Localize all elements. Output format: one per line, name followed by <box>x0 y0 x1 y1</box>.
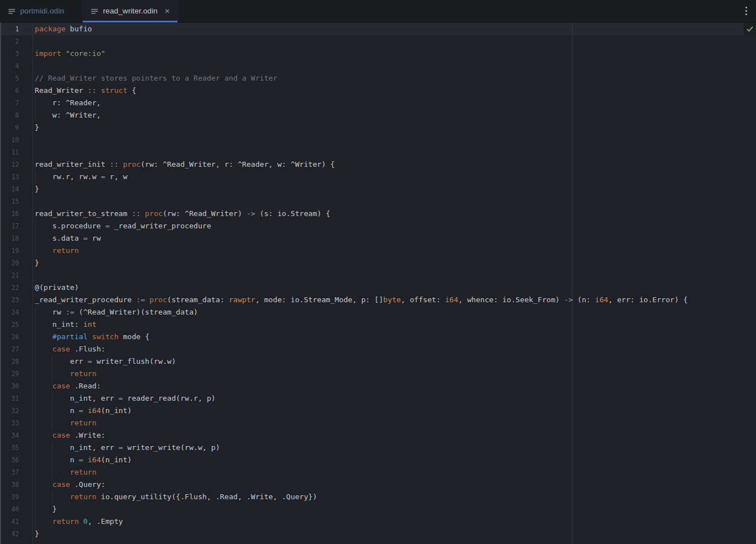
code-line-row[interactable]: 4 <box>1 60 756 72</box>
code-line[interactable]: @(private) <box>19 282 79 294</box>
code-line-row[interactable]: 16read_writer_to_stream :: proc(rw: ^Rea… <box>1 208 756 220</box>
code-line-row[interactable]: 34 case .Write: <box>1 429 756 442</box>
code-line-row[interactable]: 31 n_int, err = reader_read(rw.r, p) <box>1 392 756 405</box>
code-line[interactable]: rw.r, rw.w = r, w <box>19 171 128 183</box>
code-line-row[interactable]: 22@(private) <box>1 282 756 294</box>
code-line-row[interactable]: 1package bufio <box>1 23 744 35</box>
code-line[interactable]: } <box>19 257 39 269</box>
code-line-row[interactable]: 20} <box>1 257 756 269</box>
code-line[interactable]: n_int, err = reader_read(rw.r, p) <box>19 392 215 405</box>
code-line[interactable]: r: ^Reader, <box>19 97 101 109</box>
code-line-row[interactable]: 7 r: ^Reader, <box>1 97 756 109</box>
code-line-row[interactable]: 39 return io.query_utility({.Flush, .Rea… <box>1 491 756 503</box>
code-line[interactable] <box>19 195 35 208</box>
line-number: 9 <box>1 121 19 134</box>
line-number: 6 <box>1 85 19 97</box>
code-line-row[interactable]: 40 } <box>1 503 756 515</box>
code-line[interactable]: s.data = rw <box>19 232 101 245</box>
line-number: 25 <box>1 318 19 331</box>
code-line[interactable]: return <box>19 245 79 257</box>
code-line-row[interactable]: 32 n = i64(n_int) <box>1 405 756 417</box>
line-number: 4 <box>1 60 19 72</box>
code-line[interactable] <box>19 35 35 48</box>
code-line[interactable]: case .Read: <box>19 380 101 392</box>
code-line[interactable]: import "core:io" <box>19 48 105 60</box>
code-line-row[interactable]: 33 return <box>1 417 756 429</box>
code-line[interactable]: Read_Writer :: struct { <box>19 85 136 97</box>
code-line-row[interactable]: 12read_writer_init :: proc(rw: ^Read_Wri… <box>1 158 756 171</box>
code-line-row[interactable]: 38 case .Query: <box>1 479 756 491</box>
code-line-row[interactable]: 14} <box>1 183 756 195</box>
code-line[interactable]: return <box>19 417 96 429</box>
code-line[interactable]: n = i64(n_int) <box>19 405 132 417</box>
code-line[interactable] <box>19 60 35 72</box>
code-line-row[interactable]: 3import "core:io" <box>1 48 756 60</box>
code-line-row[interactable]: 9} <box>1 121 756 134</box>
code-line-row[interactable]: 21 <box>1 269 756 282</box>
code-line[interactable]: return io.query_utility({.Flush, .Read, … <box>19 491 317 503</box>
more-menu-button[interactable] <box>742 4 750 17</box>
code-line-row[interactable]: 10 <box>1 134 756 146</box>
code-line-row[interactable]: 30 case .Read: <box>1 380 756 392</box>
code-line[interactable] <box>19 146 35 158</box>
code-line[interactable]: n_int, err = writer_write(rw.w, p) <box>19 442 220 454</box>
code-line[interactable] <box>19 269 35 282</box>
code-editor[interactable]: 1package bufio23import "core:io"45// Rea… <box>0 22 756 544</box>
code-line-row[interactable]: 28 err = writer_flush(rw.w) <box>1 355 756 368</box>
code-line[interactable]: } <box>19 183 39 195</box>
code-line[interactable]: _read_writer_procedure := proc(stream_da… <box>19 294 688 306</box>
line-number: 37 <box>1 466 19 479</box>
line-number: 31 <box>1 392 19 405</box>
code-line-row[interactable]: 36 n = i64(n_int) <box>1 454 756 466</box>
code-line[interactable]: package bufio <box>19 23 92 35</box>
code-line[interactable]: return 0, .Empty <box>19 515 123 528</box>
line-number: 5 <box>1 72 19 85</box>
code-line[interactable]: n_int: int <box>19 318 96 331</box>
code-line-row[interactable]: 6Read_Writer :: struct { <box>1 85 756 97</box>
code-line[interactable]: read_writer_to_stream :: proc(rw: ^Read_… <box>19 208 330 220</box>
code-line-row[interactable]: 15 <box>1 195 756 208</box>
code-line-row[interactable]: 17 s.procedure = _read_writer_procedure <box>1 220 756 232</box>
code-line[interactable]: rw := (^Read_Writer)(stream_data) <box>19 306 198 318</box>
line-number: 16 <box>1 208 19 220</box>
code-line[interactable]: n = i64(n_int) <box>19 454 132 466</box>
code-line[interactable]: return <box>19 466 96 479</box>
code-line[interactable]: #partial switch mode { <box>19 331 149 343</box>
code-line-row[interactable]: 26 #partial switch mode { <box>1 331 756 343</box>
code-line[interactable]: } <box>19 121 39 134</box>
code-line-row[interactable]: 29 return <box>1 368 756 380</box>
tab-portmidi-odin[interactable]: portmidi.odin <box>0 0 83 22</box>
code-line-row[interactable]: 27 case .Flush: <box>1 343 756 355</box>
code-line-row[interactable]: 19 return <box>1 245 756 257</box>
code-line[interactable]: } <box>19 503 57 515</box>
code-line[interactable]: return <box>19 368 96 380</box>
code-line-row[interactable]: 25 n_int: int <box>1 318 756 331</box>
code-line-row[interactable]: 41 return 0, .Empty <box>1 515 756 528</box>
tab-read-writer-odin[interactable]: read_writer.odin ✕ <box>83 0 178 22</box>
code-line[interactable]: err = writer_flush(rw.w) <box>19 355 176 368</box>
code-line[interactable]: case .Flush: <box>19 343 105 355</box>
line-number: 24 <box>1 306 19 318</box>
code-line[interactable]: // Read_Writer stores pointers to a Read… <box>19 72 278 85</box>
code-line[interactable]: case .Query: <box>19 479 105 491</box>
code-line-row[interactable]: 2 <box>1 35 756 48</box>
code-line-row[interactable]: 23_read_writer_procedure := proc(stream_… <box>1 294 756 306</box>
code-line[interactable]: read_writer_init :: proc(rw: ^Read_Write… <box>19 158 335 171</box>
code-line-row[interactable]: 13 rw.r, rw.w = r, w <box>1 171 756 183</box>
code-line-row[interactable]: 37 return <box>1 466 756 479</box>
code-line[interactable] <box>19 134 35 146</box>
code-line-row[interactable]: 42} <box>1 528 756 540</box>
line-number: 2 <box>1 35 19 48</box>
code-line-row[interactable]: 5// Read_Writer stores pointers to a Rea… <box>1 72 756 85</box>
code-line-row[interactable]: 18 s.data = rw <box>1 232 756 245</box>
code-line[interactable]: w: ^Writer, <box>19 109 101 121</box>
code-line[interactable]: } <box>19 528 39 540</box>
code-line[interactable]: case .Write: <box>19 429 105 442</box>
code-line-row[interactable]: 8 w: ^Writer, <box>1 109 756 121</box>
close-icon[interactable]: ✕ <box>163 7 171 16</box>
code-line[interactable]: s.procedure = _read_writer_procedure <box>19 220 211 232</box>
code-line-row[interactable]: 35 n_int, err = writer_write(rw.w, p) <box>1 442 756 454</box>
code-line-row[interactable]: 11 <box>1 146 756 158</box>
editor-window: portmidi.odin read_writer.odin ✕ 1packag… <box>0 0 756 544</box>
code-line-row[interactable]: 24 rw := (^Read_Writer)(stream_data) <box>1 306 756 318</box>
